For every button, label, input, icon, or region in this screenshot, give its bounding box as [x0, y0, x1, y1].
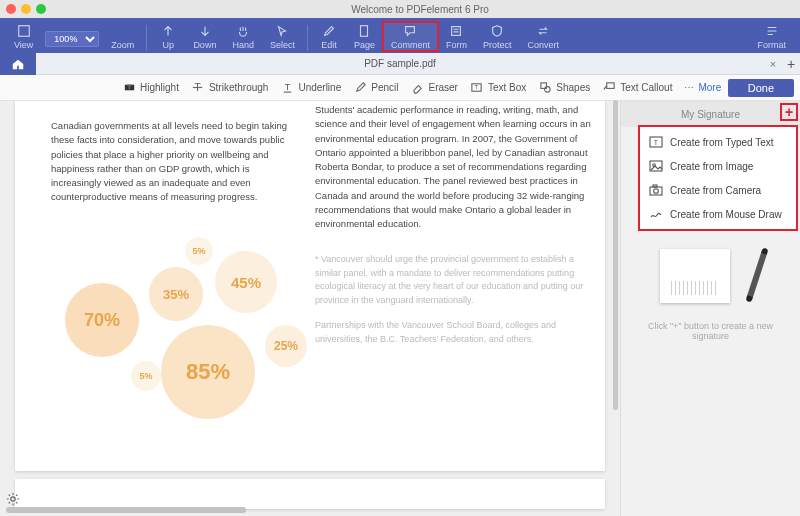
close-tab-button[interactable]: ×	[764, 58, 782, 70]
bubble-45: 45%	[215, 251, 277, 313]
window-title: Welcome to PDFelement 6 Pro	[46, 4, 794, 15]
bubble-5b: 5%	[131, 361, 161, 391]
highlight-button[interactable]: T Highlight	[116, 79, 185, 97]
select-button[interactable]: Select	[262, 22, 303, 51]
body-text-left: Canadian governments at all levels need …	[51, 119, 291, 205]
pdf-page-next	[15, 479, 605, 509]
comment-button[interactable]: Comment	[383, 22, 438, 51]
menu-label: Create from Mouse Draw	[670, 209, 782, 220]
down-button[interactable]: Down	[185, 22, 224, 51]
bubble-5a: 5%	[185, 237, 213, 265]
document-tabbar: PDF sample.pdf × +	[0, 53, 800, 75]
arrow-up-icon	[160, 23, 176, 39]
signature-preview	[656, 247, 766, 307]
select-label: Select	[270, 40, 295, 50]
svg-text:T: T	[475, 84, 479, 90]
footnote-2: Partnerships with the Vancouver School B…	[315, 319, 595, 346]
hand-label: Hand	[232, 40, 254, 50]
zoom-select[interactable]: 100%	[45, 31, 99, 47]
edit-button[interactable]: Edit	[312, 22, 346, 51]
menu-label: Create from Typed Text	[670, 137, 774, 148]
gear-icon	[6, 492, 20, 506]
edit-label: Edit	[321, 40, 337, 50]
create-from-image[interactable]: Create from Image	[640, 154, 796, 178]
convert-button[interactable]: Convert	[519, 22, 567, 51]
protect-label: Protect	[483, 40, 512, 50]
up-label: Up	[163, 40, 175, 50]
more-label: More	[698, 82, 721, 93]
form-button[interactable]: Form	[438, 22, 475, 51]
traffic-lights	[6, 4, 46, 14]
eraser-button[interactable]: Eraser	[404, 79, 463, 97]
hand-button[interactable]: Hand	[224, 22, 262, 51]
arrow-down-icon	[197, 23, 213, 39]
footnote-1: * Vancouver should urge the provincial g…	[315, 253, 595, 307]
create-from-camera[interactable]: Create from Camera	[640, 178, 796, 202]
bubble-25: 25%	[265, 325, 307, 367]
zoom-window-icon[interactable]	[36, 4, 46, 14]
textcallout-button[interactable]: Text Callout	[596, 79, 678, 97]
view-icon	[16, 23, 32, 39]
svg-point-12	[544, 87, 550, 93]
zoom-label: Zoom	[111, 40, 134, 50]
protect-button[interactable]: Protect	[475, 22, 520, 51]
svg-text:T: T	[285, 82, 291, 92]
close-window-icon[interactable]	[6, 4, 16, 14]
pencil-label: Pencil	[371, 82, 398, 93]
draw-icon	[648, 207, 664, 221]
underline-button[interactable]: T Underline	[274, 79, 347, 97]
create-from-typed-text[interactable]: T Create from Typed Text	[640, 130, 796, 154]
shapes-label: Shapes	[556, 82, 590, 93]
vertical-scrollbar[interactable]	[613, 100, 618, 410]
ellipsis-icon: ⋯	[684, 82, 694, 93]
minimize-window-icon[interactable]	[21, 4, 31, 14]
svg-rect-20	[653, 185, 657, 187]
bubble-85: 85%	[161, 325, 255, 419]
signature-tab-label: My Signature	[681, 109, 740, 120]
shield-icon	[489, 23, 505, 39]
add-tab-button[interactable]: +	[782, 56, 800, 72]
textcallout-label: Text Callout	[620, 82, 672, 93]
shapes-button[interactable]: Shapes	[532, 79, 596, 97]
svg-text:T: T	[654, 139, 659, 146]
home-button[interactable]	[0, 53, 36, 75]
add-signature-button[interactable]: +	[780, 103, 798, 121]
strikethrough-icon: T	[191, 81, 205, 95]
camera-icon	[648, 183, 664, 197]
body-text-right: Students' academic performance in readin…	[315, 103, 595, 346]
svg-rect-0	[18, 26, 29, 37]
signature-paper-icon	[660, 249, 730, 303]
underline-label: Underline	[298, 82, 341, 93]
textcallout-icon	[602, 81, 616, 95]
home-icon	[11, 57, 25, 71]
strikethrough-button[interactable]: T Strikethrough	[185, 79, 274, 97]
signature-tab[interactable]: My Signature +	[621, 101, 800, 127]
form-icon	[448, 23, 464, 39]
pen-icon	[745, 247, 768, 302]
comment-label: Comment	[391, 40, 430, 50]
view-button[interactable]: View	[6, 22, 41, 51]
page-button[interactable]: Page	[346, 22, 383, 51]
textbox-label: Text Box	[488, 82, 526, 93]
format-button[interactable]: Format	[749, 22, 794, 51]
highlight-icon: T	[122, 81, 136, 95]
svg-rect-2	[452, 27, 461, 36]
window-titlebar: Welcome to PDFelement 6 Pro	[0, 0, 800, 18]
done-button[interactable]: Done	[728, 79, 794, 97]
document-tab[interactable]: PDF sample.pdf	[36, 58, 764, 69]
page-label: Page	[354, 40, 375, 50]
pencil-button[interactable]: Pencil	[347, 79, 404, 97]
horizontal-scrollbar[interactable]	[6, 507, 246, 513]
bubble-35: 35%	[149, 267, 203, 321]
comment-subtoolbar: T Highlight T Strikethrough T Underline …	[0, 75, 800, 101]
svg-rect-1	[361, 26, 368, 37]
format-label: Format	[757, 40, 786, 50]
comment-icon	[402, 23, 418, 39]
create-from-mouse-draw[interactable]: Create from Mouse Draw	[640, 202, 796, 226]
textbox-button[interactable]: T Text Box	[464, 79, 532, 97]
up-button[interactable]: Up	[151, 22, 185, 51]
more-button[interactable]: ⋯ More	[678, 80, 727, 95]
edit-icon	[321, 23, 337, 39]
page-icon	[356, 23, 372, 39]
document-viewport[interactable]: Canadian governments at all levels need …	[0, 101, 620, 516]
